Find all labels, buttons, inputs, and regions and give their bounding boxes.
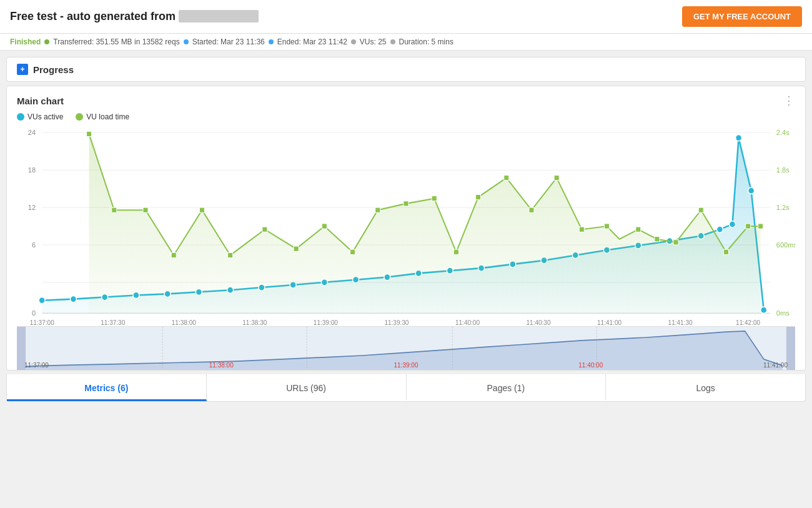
svg-text:600ms: 600ms <box>776 241 795 249</box>
svg-text:18: 18 <box>28 166 36 174</box>
svg-text:24: 24 <box>28 129 36 136</box>
svg-rect-65 <box>673 240 678 245</box>
svg-rect-69 <box>758 224 763 229</box>
minimap-time-3: 11:39:00 <box>394 362 418 369</box>
svg-point-17 <box>70 296 76 302</box>
svg-text:11:41:00: 11:41:00 <box>597 319 621 326</box>
legend-vus: VUs active <box>17 112 63 121</box>
status-bar: Finished Transferred: 351.55 MB in 13582… <box>0 34 812 51</box>
svg-point-41 <box>748 187 755 194</box>
svg-rect-67 <box>723 249 728 254</box>
svg-rect-64 <box>655 237 660 242</box>
svg-text:11:38:00: 11:38:00 <box>172 319 196 326</box>
svg-point-16 <box>39 297 45 304</box>
svg-rect-43 <box>87 131 92 136</box>
svg-text:11:40:00: 11:40:00 <box>455 319 480 326</box>
svg-rect-49 <box>262 227 267 232</box>
svg-point-39 <box>729 221 735 227</box>
legend-dot-green <box>76 113 83 121</box>
status-dot-finished <box>44 39 49 44</box>
minimap-time-5: 11:41:00 <box>763 362 788 369</box>
svg-rect-63 <box>636 227 641 232</box>
transferred-info: Transferred: 351.55 MB in 13582 reqs <box>53 37 179 46</box>
svg-text:11:37:30: 11:37:30 <box>101 319 125 326</box>
progress-section: + Progress <box>6 57 806 82</box>
svg-rect-66 <box>698 207 703 212</box>
svg-rect-59 <box>529 207 534 212</box>
svg-rect-44 <box>112 207 117 212</box>
status-dot-started <box>184 39 189 44</box>
svg-text:11:40:30: 11:40:30 <box>526 319 550 326</box>
chart-legend: VUs active VU load time <box>17 112 795 121</box>
svg-rect-60 <box>554 175 559 180</box>
svg-rect-51 <box>322 224 327 229</box>
title-text: Free test - auto generated from <box>10 10 176 22</box>
vus-info: VUs: 25 <box>360 37 387 46</box>
svg-rect-61 <box>579 227 584 232</box>
svg-rect-48 <box>228 252 233 257</box>
svg-rect-58 <box>504 175 509 180</box>
svg-text:12: 12 <box>28 204 36 211</box>
svg-text:11:39:30: 11:39:30 <box>384 319 408 326</box>
svg-text:0: 0 <box>32 309 36 317</box>
svg-text:11:39:00: 11:39:00 <box>314 319 338 326</box>
cta-button[interactable]: GET MY FREE ACCOUNT <box>682 6 802 27</box>
tab-urls[interactable]: URLs (96) <box>207 374 407 401</box>
chart-section: Main chart ⋮ VUs active VU load time <box>6 86 806 371</box>
top-bar: Free test - auto generated from GET MY F… <box>0 0 812 34</box>
duration-info: Duration: 5 mins <box>399 37 453 46</box>
started-info: Started: Mar 23 11:36 <box>192 37 265 46</box>
svg-text:11:37:00: 11:37:00 <box>30 319 54 326</box>
status-finished-label: Finished <box>10 37 41 46</box>
svg-rect-68 <box>746 224 751 229</box>
svg-rect-50 <box>294 246 299 251</box>
title-url <box>179 10 259 22</box>
svg-point-40 <box>736 134 742 141</box>
chart-menu-icon[interactable]: ⋮ <box>783 94 795 107</box>
status-dot-ended <box>269 39 274 44</box>
tab-pages[interactable]: Pages (1) <box>407 374 607 401</box>
svg-text:0ms: 0ms <box>776 309 790 317</box>
legend-vus-label: VUs active <box>27 112 63 121</box>
svg-point-42 <box>761 307 767 313</box>
svg-rect-54 <box>404 201 408 206</box>
chart-header: Main chart ⋮ <box>17 94 795 107</box>
minimap-time-1: 11:37:00 <box>24 362 49 369</box>
minimap-time-labels: 11:37:00 11:38:00 11:39:00 11:40:00 11:4… <box>17 362 795 369</box>
svg-rect-52 <box>350 249 355 254</box>
svg-rect-57 <box>476 194 481 199</box>
chart-title: Main chart <box>17 96 64 106</box>
progress-label: Progress <box>33 64 74 75</box>
progress-icon: + <box>17 64 28 75</box>
main-chart-svg: 24 18 12 6 0 2.4s 1.8s 1.2s 600ms 0ms <box>17 126 795 326</box>
main-chart-container: 24 18 12 6 0 2.4s 1.8s 1.2s 600ms 0ms <box>17 126 795 326</box>
svg-rect-56 <box>453 249 458 254</box>
svg-text:6: 6 <box>32 241 36 249</box>
ended-info: Ended: Mar 23 11:42 <box>277 37 347 46</box>
svg-rect-47 <box>199 207 204 212</box>
svg-rect-55 <box>432 196 437 201</box>
svg-text:1.2s: 1.2s <box>776 204 790 211</box>
svg-text:1.8s: 1.8s <box>776 166 790 174</box>
page-title: Free test - auto generated from <box>10 10 259 23</box>
minimap-time-4: 11:40:00 <box>578 362 603 369</box>
svg-rect-53 <box>375 207 380 212</box>
minimap-container[interactable]: 11:37:00 11:38:00 11:39:00 11:40:00 11:4… <box>17 326 795 370</box>
status-dot-vus <box>351 39 356 44</box>
legend-dot-cyan <box>17 113 24 121</box>
svg-text:11:42:00: 11:42:00 <box>736 319 760 326</box>
legend-vload-label: VU load time <box>86 112 129 121</box>
tab-metrics[interactable]: Metrics (6) <box>7 374 207 401</box>
svg-point-38 <box>716 226 723 232</box>
svg-rect-46 <box>171 252 176 257</box>
svg-text:11:41:30: 11:41:30 <box>668 319 693 326</box>
tabs-bar: Metrics (6) URLs (96) Pages (1) Logs <box>6 374 806 402</box>
tab-logs[interactable]: Logs <box>606 374 805 401</box>
legend-vload: VU load time <box>76 112 129 121</box>
svg-text:11:38:30: 11:38:30 <box>242 319 267 326</box>
svg-text:2.4s: 2.4s <box>776 129 790 136</box>
minimap-time-2: 11:38:00 <box>209 362 234 369</box>
svg-rect-62 <box>605 224 610 229</box>
status-dot-duration <box>390 39 395 44</box>
svg-rect-45 <box>143 207 148 212</box>
